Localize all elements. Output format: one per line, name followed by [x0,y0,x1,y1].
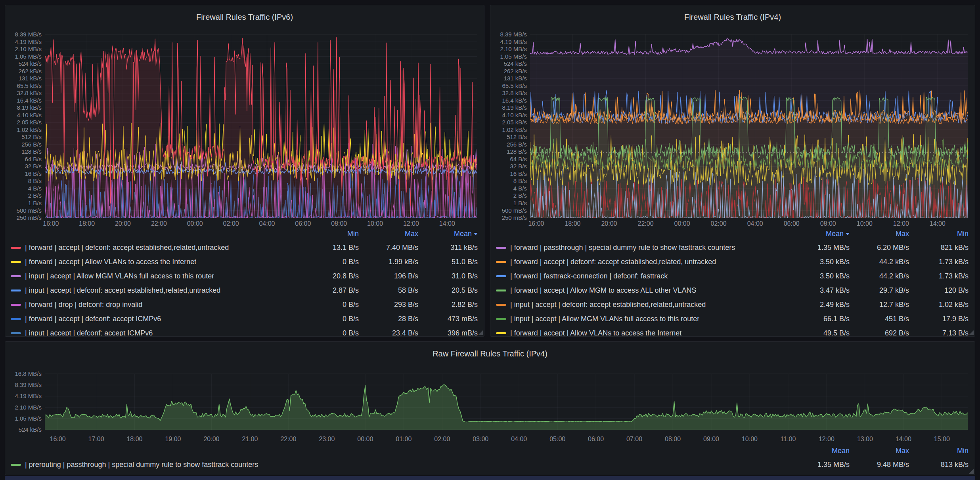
x-tick-label: 10:00 [367,220,383,227]
y-tick-label: 8 B/s [28,177,42,184]
legend-series-label[interactable]: | input | accept | Allow MGM VLANs full … [25,272,214,280]
legend-row: | forward | accept | defconf: accept ICM… [11,312,478,326]
y-tick-label: 32.8 kB/s [17,90,42,96]
series-color-swatch[interactable] [11,290,21,291]
series-color-swatch[interactable] [496,275,506,277]
panel-raw: Raw Firewall Rules Traffic (IPv4) 16.8 M… [5,341,975,475]
x-tick-label: 00:00 [674,220,690,227]
dashboard: Firewall Rules Traffic (IPv6) 8.39 MB/s4… [0,0,980,480]
x-tick-label: 04:00 [747,220,763,227]
x-tick-label: 20:00 [203,436,219,442]
series-color-swatch[interactable] [496,304,506,306]
legend-series: | input | accept | defconf: accept ICMPv… [11,329,299,337]
legend-column-mean[interactable]: Mean [790,447,850,455]
legend-column-label: Min [957,230,969,238]
y-tick-label: 4.19 MB/s [500,38,527,45]
legend-value-max: 451 B/s [850,315,909,323]
y-tick-label: 4.10 kB/s [17,112,42,118]
legend-series-label[interactable]: | forward | accept | defconf: accept est… [25,244,229,252]
y-tick-label: 1 B/s [513,200,527,206]
legend-value-mean: 20.5 B/s [418,286,478,295]
chart-plot[interactable] [530,38,968,218]
legend-value-min: 821 kB/s [909,244,969,252]
y-tick-label: 512 B/s [507,133,527,140]
series-color-swatch[interactable] [496,261,506,263]
legend-column-min[interactable]: Min [299,230,359,238]
x-tick-label: 00:00 [357,436,373,442]
legend-value-min: 0 B/s [299,301,359,309]
series-color-swatch[interactable] [496,318,506,320]
y-tick-label: 262 kB/s [19,68,42,74]
legend-series-label[interactable]: | forward | fasttrack-connection | defco… [510,272,668,280]
legend-column-max[interactable]: Max [850,230,909,238]
y-tick-label: 4 B/s [28,185,42,192]
x-tick-label: 04:00 [259,220,275,227]
series-color-swatch[interactable] [496,290,506,291]
x-tick-label: 11:00 [781,436,796,442]
legend-value-mean: 3.50 kB/s [790,258,850,266]
series-color-swatch[interactable] [11,332,21,334]
y-tick-label: 16 B/s [25,170,42,177]
sort-desc-icon [474,233,478,235]
legend-value-max: 58 B/s [359,286,418,295]
legend-row: | forward | passthrough | special dummy … [496,240,969,255]
legend-value-mean: 3.50 kB/s [790,272,850,280]
legend-series-label[interactable]: | forward | accept | defconf: accept ICM… [25,315,161,323]
y-tick-label: 1.02 kB/s [17,126,42,133]
y-tick-label: 2.05 kB/s [17,119,42,126]
series-color-swatch[interactable] [496,332,506,334]
series-color-swatch[interactable] [11,304,21,306]
legend: MeanMaxMin | prerouting | passthrough | … [11,444,969,472]
time-series-chart[interactable]: 8.39 MB/s4.19 MB/s2.10 MB/s1.05 MB/s524 … [490,5,975,227]
legend-series: | forward | accept | Allow MGM to access… [496,286,790,295]
series-color-swatch[interactable] [11,275,21,277]
legend-column-label: Mean [832,447,850,455]
legend-series-label[interactable]: | forward | accept | defconf: accept est… [510,258,716,266]
time-series-chart[interactable]: 8.39 MB/s4.19 MB/s2.10 MB/s1.05 MB/s524 … [5,5,484,227]
time-series-chart[interactable]: 16.8 MB/s8.39 MB/s4.19 MB/s2.10 MB/s1.05… [5,342,975,444]
series-color-swatch[interactable] [11,464,21,466]
legend-value-min: 0 B/s [299,258,359,266]
legend-column-label: Mean [454,230,472,238]
legend-value-max: 12.7 kB/s [850,301,909,309]
y-tick-label: 32 B/s [25,163,42,170]
series-color-swatch[interactable] [496,247,506,249]
y-tick-label: 1.05 MB/s [15,415,42,422]
x-tick-label: 21:00 [242,436,258,442]
chart-plot[interactable] [45,38,477,218]
legend-column-mean[interactable]: Mean [418,230,478,238]
x-tick-label: 13:00 [857,436,873,442]
y-tick-label: 8.19 kB/s [17,104,42,111]
legend-column-label: Mean [826,230,844,238]
legend-column-min[interactable]: Min [909,447,969,455]
legend-series-label[interactable]: | forward | accept | Allow MGM to access… [510,286,697,295]
legend-series-label[interactable]: | forward | accept | Allow VLANs to acce… [510,329,681,337]
legend-series-label[interactable]: | input | accept | defconf: accept ICMPv… [25,329,153,337]
series-color-swatch[interactable] [11,318,21,320]
legend-series-label[interactable]: | forward | drop | defconf: drop invalid [25,301,142,309]
legend-series-label[interactable]: | forward | accept | Allow VLANs to acce… [25,258,196,266]
y-tick-label: 128 B/s [507,148,527,155]
legend-series-label[interactable]: | input | accept | defconf: accept estab… [510,301,706,309]
panel-resize-handle[interactable] [969,469,974,474]
panel-resize-handle[interactable] [969,330,974,335]
panel-resize-handle[interactable] [478,330,483,335]
y-tick-label: 500 mB/s [502,207,527,214]
legend-column-max[interactable]: Max [850,447,909,455]
legend-series-label[interactable]: | prerouting | passthrough | special dum… [25,461,258,469]
y-tick-label: 16.4 kB/s [17,97,42,104]
series-color-swatch[interactable] [11,247,21,249]
x-tick-label: 06:00 [784,220,800,227]
x-tick-label: 03:00 [473,436,488,442]
legend-column-max[interactable]: Max [359,230,418,238]
legend-series-label[interactable]: | forward | passthrough | special dummy … [510,244,735,252]
legend-series-label[interactable]: | input | accept | Allow MGM VLANs full … [510,315,699,323]
legend-series-label[interactable]: | input | accept | defconf: accept estab… [25,286,220,295]
y-tick-label: 1 B/s [28,200,42,206]
legend-value-min: 20.8 B/s [299,272,359,280]
legend-row: | input | accept | defconf: accept estab… [496,297,969,312]
series-color-swatch[interactable] [11,261,21,263]
legend-column-min[interactable]: Min [909,230,969,238]
legend-value-max: 23.4 B/s [359,329,418,337]
legend-column-mean[interactable]: Mean [790,230,850,238]
